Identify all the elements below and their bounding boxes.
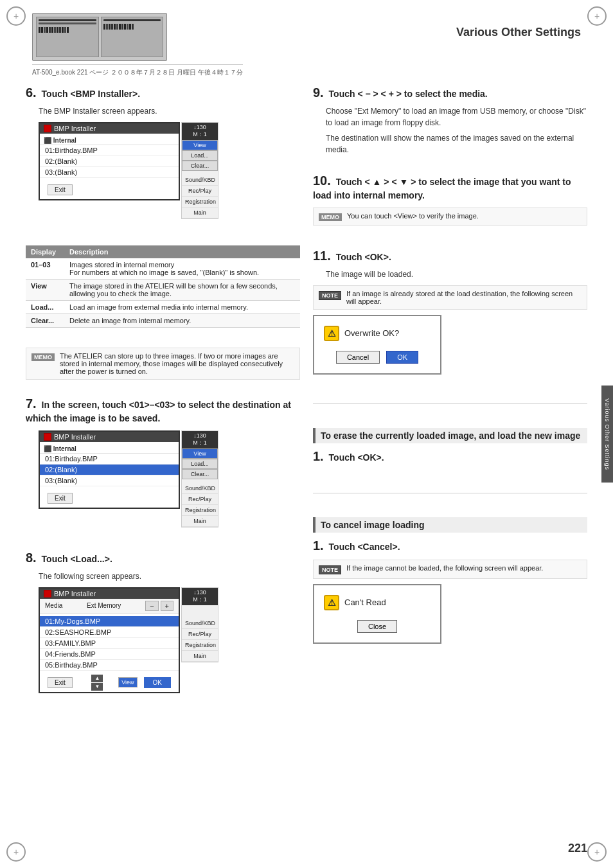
step7-number: 7. <box>26 396 37 411</box>
step6-clear-btn[interactable]: Clear... <box>182 161 218 171</box>
step8-item-03: 03:FAMILY.BMP <box>45 639 96 647</box>
step7-recplay[interactable]: Rec/Play <box>182 494 218 505</box>
erase-load-section: To erase the currently loaded image, and… <box>313 421 587 469</box>
step6-memo-box: MEMO The ATELIER can store up to three i… <box>26 348 300 380</box>
step6-memo-text: The ATELIER can store up to three images… <box>60 352 294 375</box>
step6-counter: ↓130M：1 <box>182 123 218 140</box>
right-column: 9. Touch < − > < + > to select the media… <box>313 84 587 705</box>
overwrite-ok-btn[interactable]: OK <box>386 351 418 364</box>
cancel-step1-heading: 1. Touch <Cancel>. <box>313 536 587 554</box>
step8-row-02[interactable]: 02:SEASHORE.BMP <box>40 627 179 638</box>
page-wrapper: Various Other Settings <box>0 0 613 868</box>
step7-load-btn[interactable]: Load... <box>182 459 218 469</box>
step6-title: Touch <BMP Installer>. <box>42 89 141 99</box>
step8-arrow-up[interactable]: ▲ <box>91 675 103 682</box>
step8-row-03[interactable]: 03:FAMILY.BMP <box>40 638 179 649</box>
step9-body1: Choose "Ext Memory" to load an image fro… <box>326 105 587 128</box>
step7-registration[interactable]: Registration <box>182 505 218 516</box>
step11-note-label: NOTE <box>319 291 341 300</box>
overwrite-dialog-buttons: Cancel OK <box>324 351 431 364</box>
step6-main[interactable]: Main <box>182 208 218 218</box>
step7-screen-title: BMP Installer <box>54 433 96 441</box>
screen-close-icon[interactable] <box>44 125 51 132</box>
cantread-warning-icon: ⚠ <box>324 595 339 610</box>
step8-row-01[interactable]: 01:My-Dogs.BMP <box>40 616 179 627</box>
main-content: 6. Touch <BMP Installer>. The BMP Instal… <box>19 84 594 705</box>
step8-ok-btn[interactable]: OK <box>144 677 171 688</box>
step6-registration[interactable]: Registration <box>182 197 218 208</box>
step8-view-ok: View OK <box>118 675 175 691</box>
step7-row-02[interactable]: 02:(Blank) <box>40 465 179 475</box>
step7-heading: 7. In the screen, touch <01>–<03> to sel… <box>26 394 300 425</box>
cancel-note-text: If the image cannot be loaded, the follo… <box>346 564 543 572</box>
step8-arrow-down[interactable]: ▼ <box>91 683 103 691</box>
corner-tl <box>6 6 26 26</box>
step7-screen-wrapper: BMP Installer ⬛ Internal 01:Birthday.BMP… <box>39 430 300 527</box>
step8-recplay[interactable]: Rec/Play <box>182 629 218 640</box>
step8-number: 8. <box>26 551 37 565</box>
step6-load-btn[interactable]: Load... <box>182 150 218 161</box>
step6-section: 6. Touch <BMP Installer>. The BMP Instal… <box>26 84 300 224</box>
step7-exit-btn[interactable]: Exit <box>48 493 73 504</box>
step10-memo-label: MEMO <box>319 213 342 221</box>
step6-soundkbd[interactable]: Sound/KBD <box>182 175 218 186</box>
step6-item-03-label: 03:(Blank) <box>45 168 77 176</box>
step7-row-01[interactable]: 01:Birthday.BMP <box>40 454 179 465</box>
step8-screen: BMP Installer Media Ext Memory − + <box>39 587 180 693</box>
erase-step1-text: Touch <OK>. <box>329 452 384 463</box>
step8-item-02: 02:SEASHORE.BMP <box>45 628 111 636</box>
step8-media-buttons: Ext Memory <box>87 602 121 609</box>
step8-minus-btn[interactable]: − <box>145 601 158 611</box>
step7-clear-btn[interactable]: Clear... <box>182 469 218 479</box>
step8-row-04[interactable]: 04:Friends.BMP <box>40 649 179 660</box>
step8-view-btn[interactable]: View <box>118 677 137 687</box>
step10-memo: MEMO You can touch <View> to verify the … <box>313 208 587 226</box>
step6-exit-btn[interactable]: Exit <box>48 184 73 195</box>
step10-title: Touch < ▲ > < ▼ > to select the image th… <box>313 177 571 200</box>
page-title: Various Other Settings <box>456 13 581 39</box>
step6-row-01[interactable]: 01:Birthday.BMP <box>40 145 179 156</box>
step7-row-03[interactable]: 03:(Blank) <box>40 475 179 486</box>
step7-soundkbd[interactable]: Sound/KBD <box>182 483 218 494</box>
cancel-load-note: NOTE If the image cannot be loaded, the … <box>313 560 587 579</box>
step8-soundkbd[interactable]: Sound/KBD <box>182 618 218 629</box>
cantread-close-btn[interactable]: Close <box>357 620 397 633</box>
overwrite-cancel-btn[interactable]: Cancel <box>336 351 380 364</box>
step11-note-text: If an image is already stored at the loa… <box>346 290 582 305</box>
step6-screen-footer: Exit <box>40 181 179 199</box>
step8-plus-btn[interactable]: + <box>161 601 173 611</box>
step8-main[interactable]: Main <box>182 651 218 662</box>
step7-screen-footer: Exit <box>40 489 179 508</box>
cancel-load-section: To cancel image loading 1. Touch <Cancel… <box>313 511 587 649</box>
section-divider-2 <box>313 493 587 493</box>
section-divider-1 <box>313 403 587 404</box>
table-label-clear: Clear... <box>26 314 64 328</box>
step8-exit-btn[interactable]: Exit <box>48 677 73 688</box>
step7-main[interactable]: Main <box>182 516 218 527</box>
step6-screen-body: ⬛ Internal 01:Birthday.BMP 02:(Blank) 03… <box>40 134 179 181</box>
step6-recplay[interactable]: Rec/Play <box>182 186 218 197</box>
step11-heading: 11. Touch <OK>. <box>313 247 587 265</box>
erase-load-heading: To erase the currently loaded image, and… <box>313 428 587 443</box>
step6-row-03[interactable]: 03:(Blank) <box>40 167 179 178</box>
step8-screen-footer: Exit ▲ ▼ View OK <box>40 673 179 692</box>
cantread-dialog-text: Can't Read <box>344 598 386 607</box>
step8-registration[interactable]: Registration <box>182 640 218 651</box>
step10-heading: 10. Touch < ▲ > < ▼ > to select the imag… <box>313 172 587 202</box>
table-row-view: View The image stored in the ATELIER wil… <box>26 279 300 301</box>
step8-row-05[interactable]: 05:Birthday.BMP <box>40 660 179 671</box>
step6-body: The BMP Installer screen appears. <box>39 105 300 117</box>
table-row-0103: 01–03 Images stored in internal memoryFo… <box>26 258 300 279</box>
step8-close-icon[interactable] <box>44 590 51 598</box>
cancel-note-label: NOTE <box>319 565 341 574</box>
step6-view-btn[interactable]: View <box>182 140 218 150</box>
step10-section: 10. Touch < ▲ > < ▼ > to select the imag… <box>313 172 587 231</box>
step7-view-btn[interactable]: View <box>182 448 218 459</box>
step6-row-02[interactable]: 02:(Blank) <box>40 156 179 167</box>
step7-close-icon[interactable] <box>44 433 51 441</box>
overwrite-warning-icon: ⚠ <box>324 326 339 341</box>
step8-right-sidebar: ↓130M：1 Sound/KBD Rec/Play Registration … <box>181 587 218 662</box>
step9-body2: The destination will show the names of t… <box>326 132 587 155</box>
side-tab: Various Other Settings <box>601 385 613 483</box>
corner-bl <box>6 842 26 862</box>
